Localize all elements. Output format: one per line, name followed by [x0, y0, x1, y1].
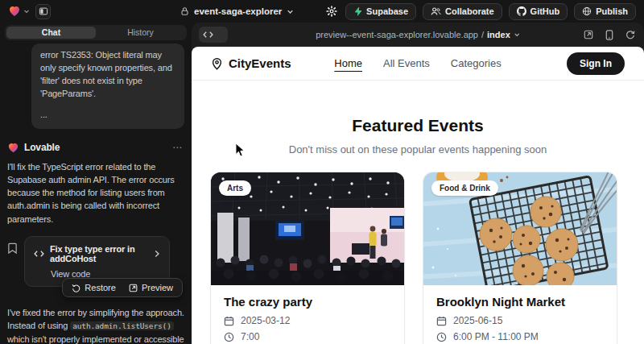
chat-messages[interactable]: error TS2353: Object literal may only sp…: [0, 40, 192, 344]
event-image-conference: Arts: [211, 172, 404, 285]
preview-url-separator: /: [481, 30, 484, 39]
calendar-icon: [224, 316, 234, 326]
preview-url-page: index: [487, 30, 510, 39]
category-badge: Arts: [219, 180, 251, 196]
event-card-crazy-party[interactable]: Arts The crazy party: [211, 172, 404, 344]
nav-link-categories[interactable]: Categories: [451, 57, 502, 69]
tab-chat[interactable]: Chat: [6, 27, 96, 39]
lovable-avatar-icon: [7, 142, 19, 154]
section-subheading: Don't miss out on these popular events h…: [192, 143, 644, 155]
preview-panel: preview--event-saga-explorer.lovable.app…: [192, 23, 644, 344]
chevron-down-icon: [23, 8, 30, 15]
tab-history[interactable]: History: [96, 27, 185, 39]
message-menu-button[interactable]: ⋯: [172, 142, 183, 153]
event-time: 6:00 PM - 11:00 PM: [453, 331, 539, 342]
collaborate-button[interactable]: Collaborate: [423, 3, 502, 20]
mobile-preview-button[interactable]: [604, 28, 615, 42]
featured-events-section: Featured Events Don't miss out on these …: [192, 116, 644, 155]
assistant-paragraph-1: I'll fix the TypeScript error related to…: [7, 160, 184, 226]
publish-button-label: Publish: [596, 6, 628, 16]
site-nav: Home All Events Categories: [334, 57, 501, 69]
preview-site-content: CityEvents Home All Events Categories Si…: [192, 47, 644, 344]
lovable-logo-icon: [8, 5, 21, 18]
project-name: event-saga-explorer: [194, 6, 282, 16]
event-title: The crazy party: [224, 295, 391, 309]
event-date: 2025-03-12: [241, 315, 290, 326]
supabase-icon: [353, 6, 362, 16]
github-icon: [517, 6, 526, 16]
refresh-button[interactable]: [624, 28, 637, 41]
site-brand-name: CityEvents: [229, 56, 291, 70]
supabase-button[interactable]: Supabase: [345, 3, 416, 20]
mobile-phone-icon: [605, 30, 613, 40]
user-message-bubble: error TS2353: Object literal may only sp…: [31, 44, 184, 129]
publish-globe-icon: [582, 6, 592, 16]
open-in-new-tab-button[interactable]: [582, 28, 595, 41]
nav-link-all-events[interactable]: All Events: [383, 57, 430, 69]
calendar-icon: [436, 316, 447, 326]
bookmark-icon[interactable]: [7, 242, 18, 255]
project-switcher[interactable]: event-saga-explorer: [180, 0, 294, 23]
lock-icon: [180, 6, 189, 16]
github-button[interactable]: GitHub: [509, 3, 568, 20]
clock-icon: [224, 332, 234, 342]
site-brand[interactable]: CityEvents: [211, 56, 291, 70]
code-icon: [34, 250, 44, 258]
restore-button-label: Restore: [85, 283, 116, 292]
assistant-name: Lovable: [24, 142, 60, 153]
chat-history-tabs: Chat History: [5, 25, 187, 40]
open-in-new-icon: [129, 284, 138, 292]
app-topbar: event-saga-explorer: [0, 0, 644, 23]
lovable-logo-menu[interactable]: [8, 5, 30, 18]
section-heading: Featured Events: [192, 116, 644, 135]
sign-in-button[interactable]: Sign In: [567, 52, 625, 75]
inline-code-listusers: auth.admin.listUsers(): [70, 321, 174, 330]
collaborate-button-label: Collaborate: [445, 6, 494, 16]
github-button-label: GitHub: [530, 6, 560, 16]
chevron-down-icon: [287, 8, 294, 15]
event-image-cookies: Food & Drink: [423, 172, 617, 285]
event-title: Brooklyn Night Market: [436, 295, 604, 309]
message-hover-toolbar: Restore Preview: [62, 278, 183, 297]
clock-icon: [436, 332, 447, 342]
chat-sidebar: Chat History error TS2353: Object litera…: [0, 23, 192, 344]
refresh-icon: [625, 30, 635, 39]
event-card-brooklyn-market[interactable]: Food & Drink Brooklyn Night Market: [423, 172, 617, 344]
panel-toggle-icon: [39, 6, 48, 16]
site-header: CityEvents Home All Events Categories Si…: [192, 47, 644, 81]
user-message-truncated: ...: [40, 109, 175, 122]
open-in-new-icon: [584, 30, 593, 39]
gear-icon: [326, 6, 337, 17]
assistant-paragraph-2: I've fixed the error by simplifying the …: [7, 306, 184, 344]
event-time: 7:00: [241, 331, 259, 342]
map-pin-icon: [211, 57, 223, 70]
event-cards-row: Arts The crazy party: [192, 155, 644, 344]
assistant-message-header: Lovable ⋯: [7, 142, 183, 154]
preview-url-bar[interactable]: preview--event-saga-explorer.lovable.app…: [316, 30, 520, 39]
event-time-row: 6:00 PM - 11:00 PM: [436, 331, 604, 342]
supabase-button-label: Supabase: [366, 6, 408, 16]
publish-button[interactable]: Publish: [574, 3, 636, 20]
settings-button[interactable]: [324, 4, 339, 19]
preview-url-host: preview--event-saga-explorer.lovable.app: [316, 30, 478, 39]
code-change-title: Fix type type error in addCoHost: [50, 244, 148, 263]
event-date-row: 2025-03-12: [224, 315, 391, 326]
chevron-down-icon: [514, 31, 520, 38]
event-date: 2025-06-15: [453, 315, 502, 326]
nav-link-home[interactable]: Home: [334, 57, 362, 69]
paragraph2-text: which isn't properly implemented or acce…: [7, 334, 184, 344]
collaborate-icon: [431, 6, 441, 16]
code-icon: [203, 31, 213, 39]
preview-button[interactable]: Preview: [123, 281, 179, 294]
restore-button[interactable]: Restore: [66, 281, 122, 294]
preview-button-label: Preview: [142, 283, 173, 292]
event-date-row: 2025-06-15: [436, 315, 604, 326]
chevron-right-icon: [154, 250, 160, 258]
event-time-row: 7:00: [224, 331, 391, 342]
preview-chrome-bar: preview--event-saga-explorer.lovable.app…: [192, 23, 644, 47]
code-view-toggle[interactable]: [199, 27, 228, 43]
user-message-text: error TS2353: Object literal may only sp…: [40, 49, 175, 101]
panel-toggle-button[interactable]: [35, 4, 51, 19]
category-badge: Food & Drink: [431, 180, 498, 196]
restore-icon: [72, 284, 80, 292]
